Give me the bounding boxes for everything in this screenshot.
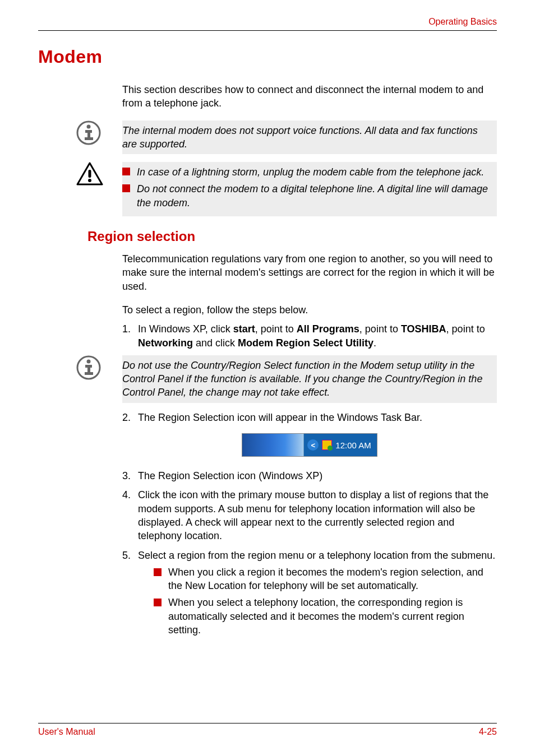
step-1-mid1: , point to — [255, 323, 297, 335]
step-1-b3: TOSHIBA — [401, 323, 446, 335]
tray-chevron-icon: < — [307, 439, 319, 451]
step-1-body: In Windows XP, click start, point to All… — [138, 322, 497, 350]
svg-point-1 — [87, 124, 91, 128]
warning-bullet-1-text: In case of a lightning storm, unplug the… — [137, 165, 491, 179]
warning-bullet-2: Do not connect the modem to a digital te… — [122, 182, 491, 210]
step-5-sub-1-text: When you click a region it becomes the m… — [168, 565, 497, 593]
step-3-text: The Region Selection icon (Windows XP) — [138, 469, 497, 483]
warning-note-body: In case of a lightning storm, unplug the… — [122, 162, 497, 216]
page-footer: User's Manual 4-25 — [38, 723, 497, 737]
step-4-text: Click the icon with the primary mouse bu… — [138, 488, 497, 542]
step-1: 1. In Windows XP, click start, point to … — [122, 322, 497, 350]
step-5-sub-2-text: When you select a telephony location, th… — [168, 596, 497, 637]
svg-rect-3 — [87, 130, 90, 138]
step-1-b2: All Programs — [297, 323, 359, 335]
step-1-mid3: , point to — [446, 323, 485, 335]
note-icon-col-2 — [38, 355, 122, 380]
step-1-num: 1. — [122, 322, 138, 350]
bullet-square-icon — [154, 599, 162, 606]
svg-rect-6 — [89, 170, 91, 178]
info-icon — [76, 120, 101, 145]
step-5-body: Select a region from the region menu or … — [138, 549, 497, 641]
svg-point-7 — [88, 179, 91, 182]
taskbar-gradient — [242, 434, 304, 456]
info-note-2: Do not use the Country/Region Select fun… — [38, 355, 497, 403]
warning-icon-col — [38, 162, 122, 187]
step-3: 3. The Region Selection icon (Windows XP… — [122, 469, 497, 483]
windows-taskbar: < 12:00 AM — [242, 433, 377, 457]
page: Operating Basics Modem This section desc… — [0, 0, 535, 756]
step-2-num: 2. — [122, 411, 138, 424]
region-selection-tray-icon — [322, 440, 332, 450]
note-icon-col — [38, 120, 122, 145]
step-5-sub-1: When you click a region it becomes the m… — [154, 565, 497, 593]
svg-point-9 — [87, 359, 91, 363]
subsection-title-region: Region selection — [87, 229, 497, 244]
step-4-num: 4. — [122, 488, 138, 542]
bullet-square-icon — [122, 184, 130, 192]
step-1-end: . — [373, 337, 376, 349]
warning-note: In case of a lightning storm, unplug the… — [38, 162, 497, 216]
step-5-num: 5. — [122, 549, 138, 641]
region-lead: To select a region, follow the steps bel… — [122, 303, 497, 317]
bullet-square-icon — [122, 168, 130, 175]
step-1-b1: start — [233, 323, 255, 335]
taskbar-figure: < 12:00 AM — [122, 433, 497, 457]
region-intro: Telecommunication regulations vary from … — [122, 252, 497, 293]
step-2-text: The Region Selection icon will appear in… — [138, 411, 497, 424]
svg-rect-11 — [87, 365, 90, 373]
info-icon — [76, 355, 101, 380]
info-note-1-text: The internal modem does not support voic… — [122, 120, 497, 155]
taskbar-tray: < 12:00 AM — [304, 434, 376, 456]
section-title-modem: Modem — [38, 47, 497, 67]
info-note-2-text: Do not use the Country/Region Select fun… — [122, 355, 497, 403]
step-5-sub-2: When you select a telephony location, th… — [154, 596, 497, 637]
step-1-b4: Networking — [138, 337, 193, 349]
step-1-mid2: , point to — [359, 323, 401, 335]
intro-paragraph: This section describes how to connect an… — [122, 83, 497, 110]
step-1-b5: Modem Region Select Utility — [238, 337, 373, 349]
footer-left: User's Manual — [38, 727, 95, 737]
taskbar-clock: 12:00 AM — [335, 440, 371, 450]
step-2: 2. The Region Selection icon will appear… — [122, 411, 497, 424]
warning-icon — [76, 162, 103, 187]
step-3-num: 3. — [122, 469, 138, 483]
step-5: 5. Select a region from the region menu … — [122, 549, 497, 641]
footer-right: 4-25 — [479, 727, 497, 737]
warning-bullet-1: In case of a lightning storm, unplug the… — [122, 165, 491, 179]
step-1-pre: In Windows XP, click — [138, 323, 233, 335]
header-divider — [38, 30, 497, 31]
warning-bullet-2-text: Do not connect the modem to a digital te… — [137, 182, 491, 210]
step-5-text: Select a region from the region menu or … — [138, 549, 497, 562]
bullet-square-icon — [154, 568, 162, 576]
svg-rect-12 — [85, 372, 93, 375]
header-section-label: Operating Basics — [38, 17, 497, 30]
info-note-1: The internal modem does not support voic… — [38, 120, 497, 155]
svg-rect-4 — [85, 137, 93, 140]
step-4: 4. Click the icon with the primary mouse… — [122, 488, 497, 542]
step-1-mid4: and click — [193, 337, 238, 349]
